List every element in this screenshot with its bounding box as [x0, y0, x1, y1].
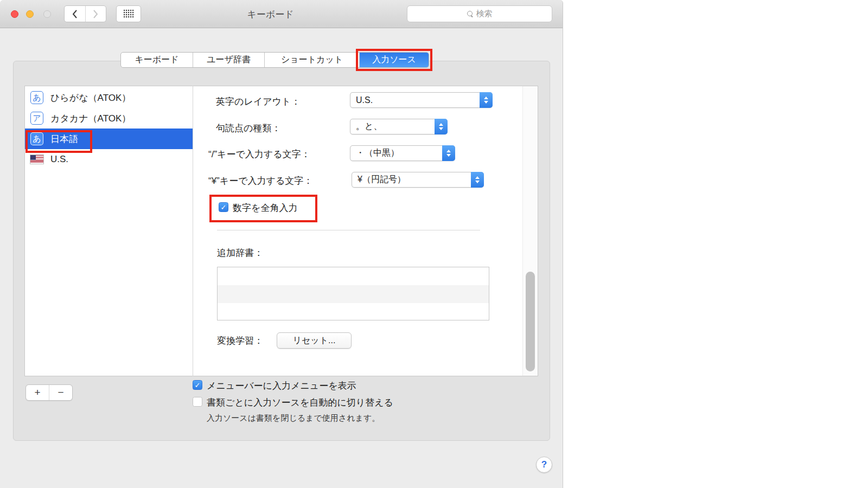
section-divider — [217, 230, 480, 230]
auto-switch-checkbox[interactable]: 書類ごとに入力ソースを自動的に切り替える — [193, 397, 393, 409]
input-source-row-katakana-atok[interactable]: ア カタカナ（ATOK） — [25, 108, 193, 129]
popup-stepper-icon — [480, 92, 493, 108]
romaji-layout-label: 英字のレイアウト： — [216, 95, 300, 108]
reset-button[interactable]: リセット... — [277, 332, 352, 349]
slash-key-select[interactable]: ・（中黒） — [350, 145, 455, 161]
katakana-badge-icon: ア — [30, 112, 43, 125]
japanese-badge-icon: あ — [30, 132, 43, 145]
add-input-source-button[interactable]: + — [26, 385, 49, 400]
input-source-label: 日本語 — [50, 133, 78, 145]
add-remove-control: + − — [25, 384, 73, 401]
input-source-row-us[interactable]: U.S. — [25, 149, 193, 170]
dictionary-row — [218, 285, 489, 303]
title-bar: キーボード 検索 — [0, 0, 563, 28]
popup-stepper-icon — [442, 145, 455, 161]
tab-input-sources[interactable]: 入力ソース — [360, 53, 429, 67]
show-input-menu-label: メニューバーに入力メニューを表示 — [207, 380, 356, 392]
input-source-row-japanese-selected[interactable]: あ 日本語 — [25, 129, 193, 149]
yen-key-value: ¥（円記号） — [352, 174, 471, 185]
input-source-label: U.S. — [50, 154, 68, 165]
yen-key-label: “¥”キーで入力する文字： — [208, 175, 312, 187]
hiragana-badge-icon: あ — [30, 91, 43, 104]
search-icon — [467, 11, 473, 17]
popup-stepper-icon — [435, 119, 448, 134]
romaji-layout-value: U.S. — [350, 95, 480, 105]
dictionary-row — [218, 267, 489, 285]
fullwidth-numerals-label: 数字を全角入力 — [233, 202, 297, 214]
dictionary-row — [218, 303, 489, 321]
show-input-menu-checkbox[interactable]: ✓ メニューバーに入力メニューを表示 — [193, 380, 356, 392]
yen-key-select[interactable]: ¥（円記号） — [352, 172, 484, 188]
tab-bar: キーボード ユーザ辞書 ショートカット 入力ソース — [120, 52, 429, 68]
checkbox-checked-icon: ✓ — [193, 380, 202, 390]
input-source-label: カタカナ（ATOK） — [50, 112, 131, 125]
punctuation-type-value: 。と、 — [350, 121, 435, 132]
tab-keyboard[interactable]: キーボード — [121, 53, 193, 67]
help-button[interactable]: ? — [536, 457, 552, 473]
remove-input-source-button[interactable]: − — [49, 385, 72, 400]
checkbox-checked-icon: ✓ — [219, 202, 228, 212]
input-source-row-hiragana-atok[interactable]: あ ひらがな（ATOK） — [25, 87, 193, 108]
romaji-layout-select[interactable]: U.S. — [350, 92, 493, 108]
list-divider — [193, 86, 193, 376]
punctuation-type-select[interactable]: 。と、 — [350, 119, 448, 134]
checkbox-unchecked-icon — [193, 397, 202, 407]
tab-user-dictionary[interactable]: ユーザ辞書 — [193, 53, 265, 67]
additional-dictionaries-label: 追加辞書： — [217, 247, 263, 259]
input-source-label: ひらがな（ATOK） — [50, 92, 131, 104]
conversion-learning-label: 変換学習： — [217, 335, 263, 347]
popup-stepper-icon — [471, 172, 484, 188]
auto-switch-label: 書類ごとに入力ソースを自動的に切り替える — [207, 396, 393, 409]
additional-dictionaries-list[interactable] — [217, 267, 489, 320]
slash-key-label: “/”キーで入力する文字： — [208, 148, 310, 160]
search-placeholder: 検索 — [476, 9, 493, 19]
preferences-window: キーボード 検索 キーボード ユーザ辞書 ショートカット 入力ソース あ ひらが… — [0, 0, 563, 488]
fullwidth-numerals-checkbox[interactable]: ✓ 数字を全角入力 — [219, 202, 297, 214]
slash-key-value: ・（中黒） — [350, 147, 442, 159]
auto-switch-note: 入力ソースは書類を閉じるまで使用されます。 — [207, 413, 380, 423]
punctuation-type-label: 句読点の種類： — [216, 122, 280, 134]
scrollbar-thumb[interactable] — [526, 272, 535, 371]
search-input[interactable]: 検索 — [407, 5, 552, 22]
us-flag-icon — [30, 155, 43, 164]
tab-shortcuts[interactable]: ショートカット — [265, 53, 360, 67]
